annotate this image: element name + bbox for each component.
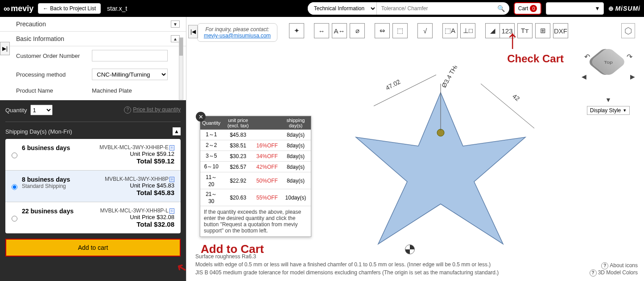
table-row: 1～1$45.838day(s): [200, 130, 311, 140]
ship-title: 22 business days: [22, 208, 100, 215]
back-to-projects-button[interactable]: Back to Project List: [38, 3, 101, 14]
quote-panel: Quantity 1 Price list by quantity Shippi…: [0, 100, 186, 281]
filename-label: star.x_t: [107, 5, 127, 12]
measure-diameter-icon[interactable]: ⌀: [350, 23, 365, 38]
price-note: If the quantity exceeds the above, pleas…: [200, 206, 311, 236]
annotation-check-cart: Check Cart: [507, 53, 564, 65]
part-number: MVBLK-MCL-3WY-XHH8P-L: [100, 208, 169, 214]
basic-info-header[interactable]: Basic Information ▲: [0, 32, 186, 46]
search-bar: Technical Information 🔍: [308, 2, 509, 15]
svg-line-2: [374, 75, 436, 106]
product-name-value: Machined Plate: [92, 87, 132, 94]
processing-method-row: Processing method CNC-Milling/Turning: [0, 65, 186, 84]
rotate-cw-icon[interactable]: ↷: [627, 53, 632, 61]
copy-icon[interactable]: ⎘: [169, 177, 174, 182]
dim-thru-label: Ø3.4 THRU: [440, 66, 462, 89]
precaution-header[interactable]: Precaution ▼: [0, 17, 186, 32]
table-row: 11～20$22.9250%OFF8day(s): [200, 172, 311, 189]
logo: meviy: [4, 4, 33, 14]
rotate-ccw-icon[interactable]: ↶: [584, 53, 590, 61]
viewer-area: For inquiry, please contact: meviy-usa@m…: [186, 17, 644, 281]
cart-label: Cart: [518, 5, 528, 12]
ship-title: 6 business days: [22, 144, 99, 151]
hole-pattern-icon[interactable]: ⬚: [392, 23, 408, 38]
close-icon[interactable]: ✕: [196, 112, 206, 122]
left-sidebar: ▶| Precaution ▼ Basic Information ▲ Cust…: [0, 17, 186, 281]
annotation-arrow-up-icon: ↑: [506, 34, 519, 45]
ship-option-6days[interactable]: 6 business days MVBLK-MCL-3WY-XHH8P-E⎘ U…: [5, 139, 181, 171]
precaution-label: Precaution: [16, 20, 46, 28]
processing-method-select[interactable]: CNC-Milling/Turning: [92, 69, 168, 80]
ship-option-22days[interactable]: 22 business days MVBLK-MCL-3WY-XHH8P-L⎘ …: [5, 202, 181, 233]
about-icons-link[interactable]: About icons: [590, 262, 638, 269]
price-table: Quantity unit price (excl. tax) shipping…: [200, 116, 311, 206]
misumi-logo: MiSUMi: [608, 5, 640, 12]
nav-cube-widget: ↶ ↷ ▲ ▼ ◀ ▶ Top Display Style: [582, 39, 635, 115]
nav-right-icon[interactable]: ▶: [630, 73, 635, 80]
search-input[interactable]: [377, 2, 493, 15]
section-icon[interactable]: ◢: [485, 23, 500, 38]
ship-option-8days[interactable]: 8 business days Standard Shipping MVBLK-…: [5, 171, 181, 202]
part-number: MVBLK-MCL-3WY-XHH8P: [105, 176, 169, 182]
dim-42-label: 42: [511, 93, 521, 102]
ship-radio-6days[interactable]: [12, 146, 17, 165]
measure-line-icon[interactable]: ↔: [314, 23, 329, 38]
model-colors-link[interactable]: 3D Model Colors: [590, 269, 638, 277]
cart-count-badge: 0: [530, 5, 537, 12]
order-number-row: Customer Order Number: [0, 46, 186, 65]
views-icon[interactable]: ⊞: [535, 23, 550, 38]
ship-radio-22days[interactable]: [12, 209, 17, 228]
product-name-label: Product Name: [16, 87, 92, 94]
add-to-cart-button[interactable]: Add to cart: [5, 239, 181, 257]
measure-angle-icon[interactable]: A↔: [332, 23, 347, 38]
inquiry-email-link[interactable]: meviy-usa@misumiusa.com: [204, 33, 271, 39]
product-name-row: Product Name Machined Plate: [0, 84, 186, 98]
nav-cube[interactable]: Top: [590, 47, 627, 77]
collapse-left-icon[interactable]: ▶|: [0, 42, 10, 55]
tolerance-a-icon[interactable]: ⬚A: [442, 23, 458, 38]
chevron-up-icon[interactable]: ▲: [171, 35, 180, 42]
display-style-dropdown[interactable]: Display Style: [587, 106, 630, 115]
ship-radio-8days[interactable]: [12, 178, 17, 196]
tolerance-gd-icon[interactable]: ⊥□: [460, 23, 475, 38]
collapse-shipping-icon[interactable]: ▲: [173, 127, 181, 135]
footer-notes: Surface roughness Ra6.3 Models with edge…: [195, 252, 573, 277]
part-number: MVBLK-MCL-3WY-XHH8P-E: [99, 144, 169, 151]
price-list-popup: ✕ Quantity unit price (excl. tax) shippi…: [200, 116, 311, 237]
text-size-icon[interactable]: Tᴛ: [517, 23, 533, 38]
table-row: 3～5$30.2334%OFF8day(s): [200, 151, 311, 162]
ship-sub: Standard Shipping: [22, 183, 105, 189]
search-icon[interactable]: 🔍: [493, 5, 509, 12]
model-viewport[interactable]: 47.02 Ø3.4 THRU 42: [325, 66, 557, 262]
dimension-icon[interactable]: ⇔: [375, 23, 390, 38]
copy-icon[interactable]: ⎘: [169, 145, 174, 151]
nav-left-icon[interactable]: ◀: [582, 73, 586, 80]
pricelist-link[interactable]: Price list by quantity: [124, 106, 181, 114]
ship-title: 8 business days: [22, 176, 105, 183]
order-number-input[interactable]: [92, 50, 168, 61]
quantity-label: Quantity: [5, 107, 27, 114]
table-row: 21～30$20.6355%OFF10day(s): [200, 189, 311, 206]
quantity-select[interactable]: 1: [30, 105, 53, 115]
basic-info-label: Basic Information: [16, 35, 64, 42]
top-bar: meviy Back to Project List star.x_t Tech…: [0, 0, 644, 17]
chevron-down-icon[interactable]: ▼: [171, 20, 180, 28]
copy-icon[interactable]: ⎘: [169, 208, 174, 214]
iso-cube-icon[interactable]: ⬡: [621, 23, 635, 38]
order-number-label: Customer Order Number: [16, 53, 92, 59]
technical-info-dropdown[interactable]: Technical Information: [308, 2, 377, 15]
inquiry-box: For inquiry, please contact: meviy-usa@m…: [197, 23, 277, 42]
inquiry-text: For inquiry, please contact:: [200, 26, 274, 33]
target-icon[interactable]: ✦: [289, 23, 304, 38]
cart-button[interactable]: Cart 0: [514, 2, 542, 15]
footer-links: About icons 3D Model Colors: [590, 262, 638, 277]
sidebar-scrollbar[interactable]: [179, 37, 183, 100]
dxf-export-icon[interactable]: DXF: [553, 23, 568, 38]
nav-down-icon[interactable]: ▼: [605, 96, 611, 103]
toolbar-primary: ✦ ↔ A↔ ⌀ ⇔ ⬚ √ ⬚A ⊥□ ◢: [289, 23, 500, 38]
user-dropdown[interactable]: ▼: [546, 2, 604, 15]
dim-47-label: 47.02: [384, 78, 402, 92]
table-row: 2～2$38.5116%OFF8day(s): [200, 140, 311, 151]
shipping-days-header: Shipping Day(s) (Mon-Fri): [5, 128, 72, 135]
surface-finish-icon[interactable]: √: [417, 23, 433, 38]
